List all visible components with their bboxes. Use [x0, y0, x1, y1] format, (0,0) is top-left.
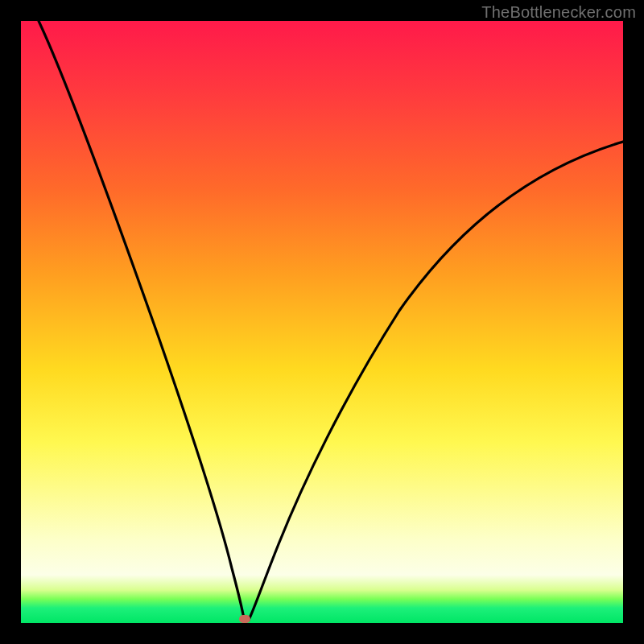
chart-background	[21, 21, 623, 623]
watermark: TheBottlenecker.com	[481, 3, 636, 22]
chart-marker	[239, 615, 250, 623]
